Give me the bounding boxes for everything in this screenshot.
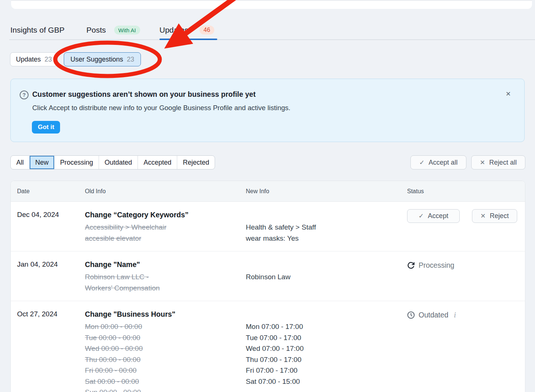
- old-value-line: Robinson Law LLC -: [85, 271, 246, 283]
- old-value-line: Wed 00:00 - 00:00: [85, 343, 246, 354]
- subtab-updates-label: Updates: [16, 56, 41, 63]
- filter-accepted[interactable]: Accepted: [138, 156, 177, 169]
- info-banner: ? Customer suggestions aren’t shown on y…: [10, 79, 525, 142]
- subtab-user-suggestions-count: 23: [127, 56, 134, 63]
- filter-rejected[interactable]: Rejected: [177, 156, 215, 169]
- got-it-button[interactable]: Got it: [32, 121, 60, 134]
- new-value-line: Health & safety > Staff: [246, 222, 407, 233]
- old-value-line: Tue 00:00 - 00:00: [85, 332, 246, 343]
- top-card-edge: [11, 0, 532, 9]
- check-icon: ✓: [419, 212, 424, 220]
- reject-label: Reject: [490, 212, 509, 220]
- status-label: Processing: [419, 261, 454, 270]
- new-value-line: Fri 07:00 - 17:00: [246, 365, 407, 376]
- col-new-info: New Info: [246, 188, 407, 195]
- table-row: Jan 04, 2024 Change "Name" Robinson Law …: [11, 251, 525, 301]
- subtab-user-suggestions-label: User Suggestions: [70, 56, 123, 63]
- accept-all-label: Accept all: [429, 159, 458, 167]
- row-old-info: Change "Business Hours" Mon 00:00 - 00:0…: [85, 309, 246, 392]
- table-header: Date Old Info New Info Status: [11, 181, 525, 202]
- row-status: ✓ Accept ✕ Reject: [407, 209, 525, 244]
- filter-new[interactable]: New: [30, 156, 55, 169]
- with-ai-badge: With AI: [114, 26, 140, 34]
- table-row: Oct 27, 2024 Change "Business Hours" Mon…: [11, 301, 525, 392]
- old-value-line: Thu 00:00 - 00:00: [85, 354, 246, 365]
- new-value-line: Sat 07:00 - 15:00: [246, 376, 407, 387]
- banner-description: Click Accept to distribute new info to y…: [32, 104, 290, 112]
- row-status: Processing: [407, 259, 525, 293]
- tab-updates[interactable]: Updates: [159, 25, 188, 35]
- change-title: Change “Category Keywords”: [85, 209, 246, 220]
- active-tab-indicator: [159, 39, 217, 40]
- row-date: Jan 04, 2024: [17, 259, 85, 293]
- status-label: Outdated: [419, 311, 448, 319]
- tab-posts[interactable]: Posts: [86, 25, 106, 35]
- filter-all[interactable]: All: [11, 156, 30, 169]
- new-value-line: Wed 07:00 - 17:00: [246, 343, 407, 354]
- clock-icon: [407, 311, 415, 319]
- suggestions-table: Date Old Info New Info Status Dec 04, 20…: [10, 181, 525, 392]
- old-value-line: accesible elevator: [85, 233, 246, 244]
- accept-label: Accept: [428, 212, 448, 220]
- col-status: Status: [407, 188, 525, 195]
- new-value-line: Thu 07:00 - 17:00: [246, 354, 407, 365]
- status-filter-group: All New Processing Outdated Accepted Rej…: [10, 155, 215, 169]
- reject-all-label: Reject all: [489, 159, 517, 167]
- row-date: Dec 04, 2024: [17, 209, 85, 244]
- old-value-line: Accessibility > Wheelchair: [85, 222, 246, 233]
- tab-insights-of-gbp[interactable]: Insights of GBP: [10, 25, 65, 35]
- reject-button[interactable]: ✕ Reject: [472, 209, 517, 223]
- col-old-info: Old Info: [85, 188, 246, 195]
- accept-button[interactable]: ✓ Accept: [407, 209, 460, 223]
- old-value-line: Workers' Compensation: [85, 283, 246, 294]
- old-value-line: Fri 00:00 - 00:00: [85, 365, 246, 376]
- x-icon: ✕: [480, 159, 485, 167]
- row-new-info: Health & safety > Staff wear masks: Yes: [246, 209, 407, 244]
- refresh-icon: [407, 261, 415, 269]
- new-value-line: Tue 07:00 - 17:00: [246, 332, 407, 343]
- tabs-divider: [9, 39, 535, 40]
- row-old-info: Change "Name" Robinson Law LLC - Workers…: [85, 259, 246, 293]
- updates-count-badge: 46: [199, 26, 214, 34]
- row-new-info: Mon 07:00 - 17:00 Tue 07:00 - 17:00 Wed …: [246, 309, 407, 392]
- filter-outdated[interactable]: Outdated: [99, 156, 138, 169]
- col-date: Date: [17, 188, 85, 195]
- old-value-line: Sun 00:00 - 00:00: [85, 387, 246, 392]
- row-date: Oct 27, 2024: [17, 309, 85, 392]
- row-old-info: Change “Category Keywords” Accessibility…: [85, 209, 246, 244]
- change-title: Change "Name": [85, 259, 246, 270]
- close-icon[interactable]: ✕: [506, 90, 511, 98]
- check-icon: ✓: [419, 159, 425, 167]
- reject-all-button[interactable]: ✕ Reject all: [471, 155, 525, 169]
- old-value-line: Sat 00:00 - 00:00: [85, 376, 246, 387]
- info-icon[interactable]: i: [454, 311, 456, 319]
- x-icon: ✕: [480, 212, 486, 220]
- new-value-line: Robinson Law: [246, 271, 407, 283]
- new-value-line: wear masks: Yes: [246, 233, 407, 244]
- row-status: Outdated i: [407, 309, 525, 392]
- change-title: Change "Business Hours": [85, 309, 246, 320]
- old-value-line: Mon 00:00 - 00:00: [85, 321, 246, 332]
- subtab-updates-count: 23: [44, 56, 52, 63]
- new-value-line: Mon 07:00 - 17:00: [246, 321, 407, 332]
- banner-title: Customer suggestions aren’t shown on you…: [32, 90, 255, 99]
- table-row: Dec 04, 2024 Change “Category Keywords” …: [11, 202, 525, 251]
- subtab-user-suggestions[interactable]: User Suggestions 23: [64, 52, 141, 66]
- accept-all-button[interactable]: ✓ Accept all: [410, 155, 466, 169]
- help-circle-icon: ?: [20, 90, 29, 99]
- filter-processing[interactable]: Processing: [55, 156, 99, 169]
- page: Insights of GBP Posts With AI Updates 46…: [0, 0, 535, 392]
- row-new-info: Robinson Law: [246, 259, 407, 293]
- subtab-updates[interactable]: Updates 23: [10, 52, 58, 66]
